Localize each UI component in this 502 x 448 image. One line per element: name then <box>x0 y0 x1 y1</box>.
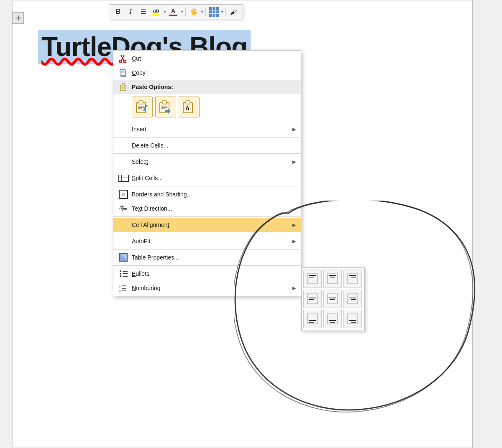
stamp-icon: 🖐 <box>190 8 198 15</box>
insert-icon <box>118 124 129 134</box>
divider-after-alignment <box>113 233 301 233</box>
cut-label: Cut <box>132 55 296 62</box>
brush-icon: 🖌 <box>230 8 238 16</box>
numbering-label: Numbering <box>132 285 292 291</box>
paste-formatting-button[interactable] <box>132 97 153 117</box>
numbering-icon: 1. 2. 3. <box>118 283 129 293</box>
font-color-dropdown-arrow[interactable]: ▾ <box>181 10 183 14</box>
table-properties-menu-item[interactable]: Table Properties... <box>113 250 301 265</box>
numbering-arrow: ▶ <box>292 285 296 291</box>
delete-cells-menu-item[interactable]: Delete Cells... <box>113 138 301 153</box>
paste-options-row: A <box>113 94 301 120</box>
autofit-arrow: ▶ <box>292 239 296 244</box>
stamp-button[interactable]: 🖐 <box>188 6 199 17</box>
align-middle-left[interactable] <box>303 290 322 308</box>
numbering-menu-item[interactable]: 1. 2. 3. Numbering ▶ <box>113 281 301 295</box>
copy-menu-item[interactable]: Copy <box>113 66 301 80</box>
divider-after-delete <box>113 153 301 154</box>
delete-cells-icon <box>118 140 129 150</box>
stamp-dropdown-arrow[interactable]: ▾ <box>201 10 203 14</box>
cell-alignment-label: Cell Alignment <box>132 221 292 228</box>
highlight-dropdown-arrow[interactable]: ▾ <box>164 10 166 14</box>
delete-cells-label: Delete Cells... <box>132 142 296 149</box>
svg-rect-54 <box>348 294 358 304</box>
copy-label: Copy <box>132 69 296 76</box>
toolbar-separator-2 <box>205 8 206 16</box>
divider-after-tableprops <box>113 265 301 266</box>
font-color-icon: A <box>171 8 175 14</box>
split-cells-icon <box>118 173 129 183</box>
bold-button[interactable]: B <box>113 6 123 17</box>
paste-options-label: Paste Options: <box>132 84 296 90</box>
divider-after-autofit <box>113 249 301 249</box>
divider-after-insert <box>113 137 301 137</box>
align-bottom-left[interactable] <box>303 310 322 328</box>
borders-shading-label: Borders and Shading... <box>132 191 296 198</box>
svg-rect-20 <box>162 101 166 104</box>
align-bottom-center[interactable] <box>323 310 342 328</box>
align-top-left[interactable] <box>303 270 322 288</box>
svg-rect-3 <box>120 69 125 75</box>
autofit-icon <box>118 236 129 246</box>
table-properties-icon <box>118 252 129 262</box>
insert-label: Insert <box>132 126 292 132</box>
highlight-button[interactable]: ab <box>150 8 162 15</box>
bullets-icon <box>118 269 129 279</box>
svg-rect-13 <box>139 101 143 104</box>
cut-icon <box>118 53 129 64</box>
table-grid-icon <box>209 7 219 17</box>
table-grid-button[interactable] <box>208 6 219 17</box>
align-middle-right[interactable] <box>343 290 362 308</box>
select-icon <box>118 157 129 167</box>
align-button[interactable]: ☰ <box>138 6 149 17</box>
font-color-button[interactable]: A <box>167 8 179 16</box>
svg-rect-8 <box>122 84 125 86</box>
table-properties-label: Table Properties... <box>132 254 296 261</box>
divider-after-paste <box>113 121 301 121</box>
svg-rect-51 <box>328 294 338 304</box>
italic-button[interactable]: I <box>125 6 136 17</box>
highlight-text-icon: ab <box>153 8 159 13</box>
insert-menu-item[interactable]: Insert ▶ <box>113 122 301 136</box>
cut-menu-item[interactable]: Cut <box>113 51 301 66</box>
font-color-bar <box>169 15 177 16</box>
text-direction-icon: A <box>118 204 129 214</box>
align-top-center[interactable] <box>323 270 342 288</box>
format-toolbar: B I ☰ ab ▾ A ▾ 🖐 ▾ ▾ 🖌 <box>109 4 243 19</box>
highlight-color-bar <box>152 14 160 15</box>
insert-arrow: ▶ <box>292 127 296 132</box>
paste-text-button[interactable]: A <box>179 97 200 117</box>
align-top-right[interactable] <box>343 270 362 288</box>
paste-options-header: Paste Options: <box>113 80 301 94</box>
svg-rect-25 <box>186 101 190 104</box>
cell-alignment-submenu <box>301 267 365 331</box>
bullets-label: Bullets <box>132 270 296 277</box>
align-middle-center[interactable] <box>323 290 342 308</box>
grid-dropdown-arrow[interactable]: ▾ <box>221 10 223 14</box>
divider-after-textdir <box>113 216 301 217</box>
svg-text:A: A <box>185 105 190 112</box>
select-arrow: ▶ <box>292 159 296 165</box>
borders-shading-menu-item[interactable]: □ Borders and Shading... <box>113 187 301 201</box>
split-cells-menu-item[interactable]: Split Cells... <box>113 171 301 185</box>
select-menu-item[interactable]: Select ▶ <box>113 155 301 169</box>
borders-icon: □ <box>118 189 129 199</box>
toolbar-separator-1 <box>185 8 186 16</box>
align-bottom-right[interactable] <box>343 310 362 328</box>
align-icon: ☰ <box>141 8 146 15</box>
copy-icon <box>118 68 129 78</box>
divider-after-select <box>113 170 301 170</box>
select-label: Select <box>132 158 292 165</box>
move-handle[interactable] <box>12 12 24 24</box>
bullets-menu-item[interactable]: Bullets <box>113 267 301 281</box>
autofit-menu-item[interactable]: AutoFit ▶ <box>113 234 301 248</box>
cell-alignment-arrow: ▶ <box>292 222 296 228</box>
text-direction-menu-item[interactable]: A Text Direction... <box>113 201 301 216</box>
paste-arrow-button[interactable] <box>155 97 176 117</box>
svg-rect-48 <box>307 294 318 304</box>
brush-button[interactable]: 🖌 <box>228 6 239 17</box>
paste-icon <box>118 82 129 92</box>
cell-alignment-menu-item[interactable]: Cell Alignment ▶ <box>113 218 301 232</box>
divider-after-split <box>113 186 301 186</box>
context-menu: Cut Copy Paste Options: <box>113 50 301 296</box>
